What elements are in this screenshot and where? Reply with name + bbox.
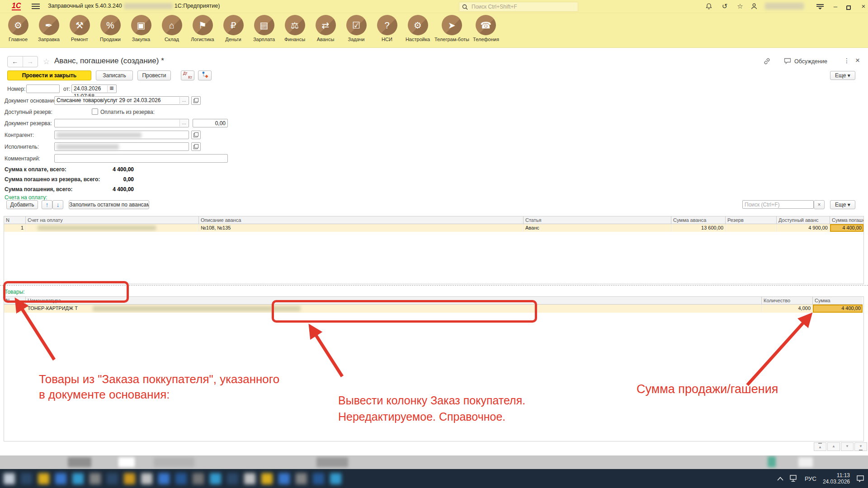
section-remont[interactable]: ⚒Ремонт (64, 15, 95, 42)
post-and-close-button[interactable]: Провести и закрыть (7, 70, 91, 80)
pay-from-reserve-checkbox[interactable] (92, 108, 98, 115)
col-n[interactable]: N (4, 297, 26, 305)
taskbar-clock[interactable]: 11:13 24.03.2026 (823, 472, 850, 485)
go-next-row-button[interactable]: ▼ (841, 442, 854, 451)
go-first-row-button[interactable]: ▲ (814, 442, 826, 451)
col-invoice[interactable]: Счет на оплату (26, 216, 199, 224)
section-avansy[interactable]: ⇄Авансы (310, 15, 341, 42)
favorite-star-icon[interactable]: ☆ (43, 57, 50, 66)
global-search-input[interactable] (471, 3, 563, 10)
get-link-icon[interactable] (763, 57, 771, 65)
contractor-open-button[interactable] (191, 131, 201, 139)
cell-available[interactable]: 4 900,00 (777, 224, 830, 232)
col-sum[interactable]: Сумма (813, 297, 863, 305)
invoices-row-1[interactable]: 1 №108, №135 Аванс 13 600,00 4 900,00 4 … (4, 224, 863, 232)
section-zadachi[interactable]: ☑Задачи (341, 15, 372, 42)
section-telegram-boty[interactable]: ➤Телеграм-боты (433, 15, 471, 42)
cell-n[interactable]: 1 (4, 224, 26, 232)
clear-search-button[interactable]: × (814, 200, 825, 209)
cell-reserve[interactable] (726, 224, 777, 232)
section-glavnoe[interactable]: ⚙Главное (3, 15, 33, 42)
col-advance-sum[interactable]: Сумма аванса (671, 216, 726, 224)
goods-row-1[interactable]: 1 ТОНЕР-КАРТРИДЖ Т 4,000 4 400,00 (4, 305, 863, 313)
cell-item[interactable]: ТОНЕР-КАРТРИДЖ Т (26, 305, 762, 313)
cell-description[interactable]: №108, №135 (199, 224, 524, 232)
forward-arrow-icon[interactable]: → (23, 56, 38, 67)
main-menu-icon[interactable] (32, 4, 40, 5)
basis-choose-button[interactable]: ... (179, 97, 188, 104)
cell-invoice[interactable] (26, 224, 199, 232)
cell-article[interactable]: Аванс (524, 224, 671, 232)
history-icon[interactable]: ↺ (721, 3, 729, 10)
col-reserve[interactable]: Резерв (726, 216, 777, 224)
action-center-icon[interactable] (856, 475, 864, 482)
section-logistika[interactable]: ⚑Логистика (187, 15, 218, 42)
notifications-bell-icon[interactable] (705, 3, 712, 10)
executor-input[interactable] (54, 142, 189, 151)
section-dengi[interactable]: ₽Деньги (218, 15, 249, 42)
section-finansy[interactable]: ⚖Финансы (279, 15, 310, 42)
section-zarplata[interactable]: ▤Зарплата (249, 15, 279, 42)
number-input[interactable] (26, 84, 60, 93)
col-qty[interactable]: Количество (762, 297, 813, 305)
table-more-button[interactable]: Еще ▾ (830, 200, 855, 209)
more-dots-icon[interactable]: ⋮ (844, 57, 850, 64)
global-search[interactable] (459, 2, 578, 12)
go-prev-row-button[interactable]: ▲ (827, 442, 840, 451)
basis-open-button[interactable] (191, 96, 201, 105)
cell-n[interactable]: 1 (4, 305, 26, 313)
section-zakupka[interactable]: ▣Закупка (126, 15, 156, 42)
cell-advance-sum[interactable]: 13 600,00 (671, 224, 726, 232)
section-sklad[interactable]: ⌂Склад (156, 15, 187, 42)
back-arrow-icon[interactable]: ← (8, 56, 23, 67)
save-button[interactable]: Записать (96, 70, 133, 80)
add-row-button[interactable]: Добавить (6, 200, 38, 209)
user-icon[interactable] (750, 3, 758, 10)
executor-open-button[interactable] (191, 142, 201, 151)
show-hidden-icons-chevron[interactable] (777, 477, 783, 481)
discussion-link[interactable]: Обсуждение (794, 58, 827, 65)
restore-button[interactable] (846, 4, 851, 12)
contractor-input[interactable] (54, 131, 189, 139)
reserve-amount-input[interactable] (193, 119, 228, 127)
discussion-bubble-icon[interactable] (784, 58, 791, 65)
cell-repayment-selected[interactable]: 4 400,00 (830, 224, 863, 232)
favorites-star-icon[interactable]: ☆ (736, 3, 744, 10)
close-window-button[interactable]: × (859, 2, 868, 10)
col-item[interactable]: Номенклатура (26, 297, 762, 305)
move-row-up-button[interactable]: ↑ (42, 200, 52, 209)
calendar-icon[interactable]: ▦ (107, 85, 116, 92)
move-row-down-button[interactable]: ↓ (52, 200, 63, 209)
date-input[interactable]: 24.03.2026 11:07:58 ▦ (71, 84, 117, 93)
go-last-row-button[interactable]: ▼ (854, 442, 867, 451)
reserve-choose-button[interactable]: ... (179, 120, 188, 127)
minimize-button[interactable]: – (831, 2, 840, 10)
comment-input[interactable] (54, 154, 228, 163)
fill-remainder-button[interactable]: Заполнить остатком по авансам (69, 200, 149, 209)
table-search-input[interactable] (742, 200, 814, 209)
language-indicator[interactable]: РУС (805, 475, 816, 482)
form-splitter[interactable] (0, 285, 868, 286)
col-available[interactable]: Доступный аванс (777, 216, 830, 224)
service-menu-icon[interactable] (816, 4, 824, 5)
taskbar-apps-blurred[interactable] (0, 473, 341, 484)
col-n[interactable]: N (4, 216, 26, 224)
report-structure-button[interactable] (198, 70, 212, 80)
section-zapravka[interactable]: ✒Заправка (33, 15, 64, 42)
section-nsi[interactable]: ?НСИ (372, 15, 402, 42)
section-nastroika[interactable]: ⚙Настройка (402, 15, 433, 42)
cell-sum-selected[interactable]: 4 400,00 (813, 305, 863, 313)
post-button[interactable]: Провести (137, 70, 171, 80)
close-document-icon[interactable]: × (855, 56, 860, 65)
col-description[interactable]: Описание аванса (199, 216, 524, 224)
network-icon[interactable] (790, 475, 798, 482)
col-article[interactable]: Статья (524, 216, 671, 224)
col-repayment[interactable]: Сумма погашения (830, 216, 863, 224)
basis-doc-input[interactable]: Списание товаров/услуг 29 от 24.03.2026 … (54, 96, 189, 105)
section-telefonia[interactable]: ☎Телефония (471, 15, 501, 42)
dtkt-postings-button[interactable]: Дт Кт (181, 70, 194, 80)
cell-qty[interactable]: 4,000 (762, 305, 813, 313)
more-actions-button[interactable]: Еще ▾ (830, 71, 855, 80)
reserve-doc-input[interactable]: ... (54, 119, 189, 127)
section-prodazhi[interactable]: %Продажи (95, 15, 126, 42)
